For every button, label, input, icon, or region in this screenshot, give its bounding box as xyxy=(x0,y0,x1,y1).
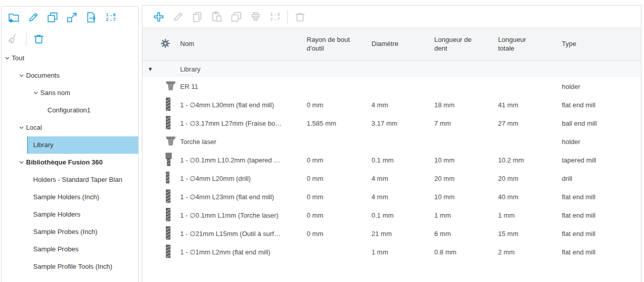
table-row[interactable]: 1 - ∅4mm L20mm (drill)0 mm4 mm20 mm20 mm… xyxy=(142,169,641,187)
tree-item-sample-probes-inch[interactable]: Sample Probes (Inch) xyxy=(2,223,138,241)
delete-tool-button[interactable] xyxy=(290,9,310,25)
tool-name: 1 - ∅0.1mm L10.2mm (tapered … xyxy=(180,156,307,164)
tree-item-library[interactable]: Library xyxy=(27,136,138,154)
export-library-button[interactable] xyxy=(82,10,101,25)
tree-item-tout[interactable]: Tout xyxy=(2,50,138,67)
table-row[interactable]: 1 - ∅4mm L23mm (flat end mill)0 mm4 mm10… xyxy=(142,187,641,206)
tool-corner-radius: 1.585 mm xyxy=(307,120,371,127)
tool-diameter: 4 mm xyxy=(371,175,434,182)
copy-squares-icon xyxy=(46,11,59,24)
copy-tool-button[interactable] xyxy=(188,9,207,25)
collapse-triangle-icon[interactable]: ▼ xyxy=(142,66,180,72)
edit-tool-button[interactable] xyxy=(168,9,188,25)
square-arrow-icon xyxy=(65,11,79,24)
renumber-tools-button[interactable]: 1→62→7 xyxy=(265,9,285,25)
library-group-row[interactable]: ▼ Library xyxy=(142,61,641,77)
column-header-diametre[interactable]: Diamètre xyxy=(371,40,434,49)
duplicate-tool-button[interactable] xyxy=(227,9,246,25)
tree-item-sample-profile-tools-inch[interactable]: Sample Profile Tools (Inch) xyxy=(2,258,138,275)
copy-docs-icon xyxy=(191,10,204,24)
library-tree: ToutDocumentsSans nomConfiguration1Local… xyxy=(2,50,138,282)
group-label: Library xyxy=(180,65,307,73)
clean-library-button[interactable] xyxy=(4,31,23,46)
tool-name: ER 11 xyxy=(180,83,307,90)
tool-corner-radius: 0 mm xyxy=(307,101,371,109)
table-row[interactable]: 1 - ∅21mm L15mm (Outil à surf…0 mm21 mm6… xyxy=(142,224,641,243)
toolbar-divider xyxy=(26,32,27,46)
tool-overall-length: 1 mm xyxy=(498,212,562,219)
column-settings-button[interactable] xyxy=(142,38,180,51)
holder-icon xyxy=(165,81,177,92)
table-row[interactable]: 1 - ∅1mm L2mm (flat end mill)1 mm0.8 mm2… xyxy=(142,243,641,261)
tree-item-label: Holders - Standard Taper Blan xyxy=(33,171,122,189)
tree-item-holders-standard-taper-blan[interactable]: Holders - Standard Taper Blan xyxy=(2,171,138,189)
pencil-icon xyxy=(171,10,185,24)
chevron-down-icon[interactable] xyxy=(19,160,26,165)
tree-item-sans-nom[interactable]: Sans nom xyxy=(2,84,138,102)
chevron-down-icon[interactable] xyxy=(33,90,40,96)
tree-item-configuration1[interactable]: Configuration1 xyxy=(2,102,138,119)
tool-type: holder xyxy=(562,83,641,90)
tool-type: flat end mill xyxy=(562,230,641,238)
table-row[interactable]: 1 - ∅0.1mm L10.2mm (tapered …0 mm0.1 mm1… xyxy=(142,151,641,169)
tree-item-biblioth-que-fusion-360[interactable]: Bibliothèque Fusion 360 xyxy=(2,154,138,171)
tree-item-sample-holders-inch[interactable]: Sample Holders (Inch) xyxy=(2,189,138,206)
tree-item-sample-holders[interactable]: Sample Holders xyxy=(2,206,138,223)
chevron-down-icon[interactable] xyxy=(5,56,12,61)
tool-flute-length: 6 mm xyxy=(434,230,498,238)
tree-item-sample-probes[interactable]: Sample Probes xyxy=(2,241,138,258)
edit-library-button[interactable] xyxy=(23,10,43,25)
add-tool-button[interactable] xyxy=(149,9,168,25)
endmill-tool-icon xyxy=(165,208,171,223)
tool-flute-length: 0.8 mm xyxy=(434,248,498,256)
tree-item-label: Sample Holders (Inch) xyxy=(33,189,99,206)
table-header: Nom Rayon de bout d'outil Diamètre Longu… xyxy=(142,28,641,61)
tool-flute-length: 20 mm xyxy=(434,175,498,182)
tool-overall-length: 40 mm xyxy=(498,193,562,201)
copy-library-button[interactable] xyxy=(43,10,62,25)
new-library-button[interactable] xyxy=(4,10,23,25)
tree-item-documents[interactable]: Documents xyxy=(2,67,138,84)
chevron-down-icon[interactable] xyxy=(19,73,26,78)
tree-item-local[interactable]: Local xyxy=(2,119,138,136)
renumber-button[interactable]: 1→62→7 xyxy=(101,10,120,25)
endmill-tool-icon xyxy=(165,245,171,260)
tool-overall-length: 41 mm xyxy=(498,101,562,109)
import-library-button[interactable] xyxy=(62,10,82,25)
column-header-rayon[interactable]: Rayon de bout d'outil xyxy=(307,36,371,53)
delete-library-button[interactable] xyxy=(29,31,48,46)
column-header-nom[interactable]: Nom xyxy=(180,40,307,49)
create-holder-button[interactable] xyxy=(246,9,265,25)
chevron-down-icon[interactable] xyxy=(19,125,26,130)
tool-type: flat end mill xyxy=(562,248,641,256)
tool-overall-length: 15 mm xyxy=(498,230,562,238)
tree-item-label: Sample Probes (Inch) xyxy=(33,223,97,241)
tool-library-window: 1→62→7 ToutDocumentsSans nomConfiguratio… xyxy=(0,0,644,282)
column-header-longueur-dent[interactable]: Longueur de dent xyxy=(434,36,498,53)
paste-tool-button[interactable] xyxy=(207,9,227,25)
trash-icon xyxy=(32,32,45,45)
library-sidebar: 1→62→7 ToutDocumentsSans nomConfiguratio… xyxy=(1,6,139,282)
tree-item-label: Sample Probes xyxy=(33,241,79,258)
table-row[interactable]: 1 - ∅3.17mm L27mm (Fraise bo…1.585 mm3.1… xyxy=(142,114,641,132)
tool-diameter: 4 mm xyxy=(371,193,434,201)
tree-item-label: Tout xyxy=(12,50,24,67)
table-row[interactable]: 1 - ∅0.1mm L1mm (Torche laser)0 mm0.1 mm… xyxy=(142,206,641,224)
column-header-longueur-totale[interactable]: Longueur totale xyxy=(498,36,562,53)
endmill-tool-icon xyxy=(165,226,171,241)
column-header-type[interactable]: Type xyxy=(562,40,641,49)
tool-type: drill xyxy=(562,175,641,182)
sidebar-toolbar-row1: 1→62→7 xyxy=(2,7,138,28)
tapered-tool-icon xyxy=(165,153,172,168)
table-row[interactable]: Torche laserholder xyxy=(142,132,641,151)
tool-overall-length: 27 mm xyxy=(498,120,562,127)
tool-diameter: 4 mm xyxy=(371,101,434,109)
tool-diameter: 0.1 mm xyxy=(371,156,434,164)
table-row[interactable]: ER 11holder xyxy=(142,77,641,96)
tool-name: 1 - ∅21mm L15mm (Outil à surf… xyxy=(180,230,307,238)
holder-icon xyxy=(165,136,177,147)
tool-diameter: 0.1 mm xyxy=(371,212,434,219)
doc-export-icon xyxy=(85,11,98,24)
table-row[interactable]: 1 - ∅4mm L30mm (flat end mill)0 mm4 mm18… xyxy=(142,96,641,114)
tool-type: holder xyxy=(562,138,641,146)
